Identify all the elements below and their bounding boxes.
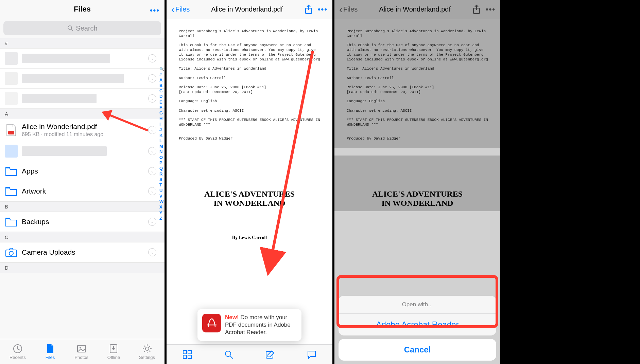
pdf-icon <box>6 124 16 136</box>
list-item[interactable]: ⌄ <box>0 69 165 89</box>
adobe-acrobat-icon <box>202 314 221 332</box>
folder-backups[interactable]: Backups ⌄ <box>0 212 165 232</box>
files-title: Files <box>74 5 91 14</box>
pdf-header: ‹ Files Alice in Wonderland.pdf ••• <box>167 0 332 19</box>
folder-camera-uploads[interactable]: Camera Uploads ⌄ <box>0 242 165 262</box>
list-item[interactable]: ⌄ <box>0 49 165 69</box>
pdf-page-1: Project Gutenberg's Alice's Adventures i… <box>167 19 332 148</box>
search-icon[interactable] <box>223 349 235 360</box>
chevron-down-icon[interactable]: ⌄ <box>148 54 156 62</box>
pdf-action-sheet-panel: ‹ Files Alice in Wonderland.pdf ••• Proj… <box>334 0 500 364</box>
section-D: D <box>0 262 165 273</box>
svg-rect-13 <box>183 350 187 354</box>
folder-icon <box>5 166 17 176</box>
svg-rect-14 <box>188 350 191 354</box>
section-B: B <box>0 201 165 212</box>
svg-rect-15 <box>183 355 187 359</box>
tab-files[interactable]: Files <box>45 343 56 360</box>
comment-icon[interactable] <box>306 349 317 360</box>
cancel-button[interactable]: Cancel <box>339 339 496 361</box>
alphabet-index[interactable]: 🔍#ABCDEFGHIJKLMNOPQRSTUVWXYZ <box>159 66 164 221</box>
download-icon <box>108 343 119 354</box>
search-placeholder: Search <box>76 24 97 32</box>
photo-icon <box>76 343 87 354</box>
svg-line-18 <box>230 356 233 359</box>
folder-icon <box>5 217 17 227</box>
doc-title: Alice in Wonderland.pdf <box>211 5 283 13</box>
more-icon[interactable]: ••• <box>150 6 160 15</box>
search-input[interactable]: Search <box>3 21 161 35</box>
pdf-page-2: ALICE'S ADVENTURES IN WONDERLAND By Lewi… <box>167 156 332 244</box>
gear-icon <box>142 343 153 354</box>
svg-point-0 <box>68 26 72 30</box>
tab-recents[interactable]: Recents <box>10 343 26 360</box>
back-button[interactable]: ‹ Files <box>171 4 190 15</box>
adobe-tooltip: New! Do more with your PDF documents in … <box>197 309 301 341</box>
chevron-left-icon: ‹ <box>171 4 175 15</box>
chevron-down-icon[interactable]: ⌄ <box>148 187 156 195</box>
svg-point-17 <box>225 351 231 357</box>
folder-icon <box>5 186 17 196</box>
edit-icon[interactable] <box>264 349 276 360</box>
chevron-down-icon[interactable]: ⌄ <box>148 147 156 155</box>
chevron-down-icon[interactable]: ⌄ <box>148 74 156 83</box>
svg-rect-16 <box>188 355 191 359</box>
pdf-preview-panel: ‹ Files Alice in Wonderland.pdf ••• Proj… <box>167 0 332 364</box>
section-C: C <box>0 232 165 242</box>
tab-bar: Recents Files Photos Offline Settings <box>0 339 165 364</box>
section-hash: # <box>0 38 165 49</box>
section-A: A <box>0 109 165 119</box>
svg-line-1 <box>72 29 73 31</box>
files-header: Files ••• <box>0 0 165 18</box>
svg-rect-2 <box>8 131 14 134</box>
more-icon[interactable]: ••• <box>318 5 328 14</box>
svg-point-9 <box>145 347 149 350</box>
file-meta: 695 KB · modified 11 minutes ago <box>22 131 148 138</box>
svg-point-4 <box>9 251 13 255</box>
tab-photos[interactable]: Photos <box>74 343 88 360</box>
chevron-down-icon[interactable]: ⌄ <box>148 248 156 256</box>
grid-icon[interactable] <box>181 349 193 360</box>
file-alice-in-wonderland[interactable]: Alice in Wonderland.pdf 695 KB · modifie… <box>0 119 165 141</box>
list-item[interactable]: ⌄ <box>0 89 165 109</box>
list-item[interactable]: ⌄ <box>0 141 165 161</box>
tooltip-text: New! Do more with your PDF documents in … <box>225 314 295 336</box>
files-list-panel: Files ••• Search # ⌄ ⌄ ⌄ A Alice in Wond… <box>0 0 165 364</box>
camera-icon <box>5 247 17 258</box>
folder-apps[interactable]: Apps ⌄ <box>0 161 165 181</box>
search-icon <box>67 25 74 32</box>
pdf-toolbar <box>167 344 332 364</box>
chevron-down-icon[interactable]: ⌄ <box>148 94 156 103</box>
share-icon[interactable] <box>304 4 313 15</box>
tab-settings[interactable]: Settings <box>139 343 155 360</box>
clock-icon <box>12 343 23 354</box>
chevron-down-icon[interactable]: ⌄ <box>148 167 156 175</box>
folder-artwork[interactable]: Artwork ⌄ <box>0 181 165 201</box>
sheet-title: Open with... <box>339 296 496 314</box>
file-icon <box>45 343 56 354</box>
open-with-adobe-button[interactable]: Adobe Acrobat Reader <box>339 314 496 335</box>
svg-point-7 <box>80 347 81 348</box>
chevron-down-icon[interactable]: ⌄ <box>148 218 156 226</box>
action-sheet: Open with... Adobe Acrobat Reader Cancel <box>339 296 496 361</box>
tab-offline[interactable]: Offline <box>107 343 120 360</box>
chevron-down-icon[interactable]: ⌄ <box>148 126 156 134</box>
